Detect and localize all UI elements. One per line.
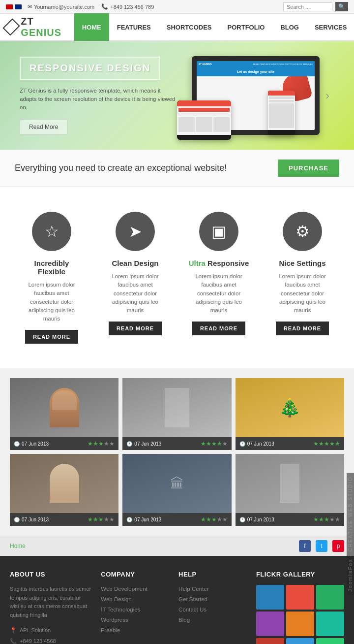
search-input[interactable] (283, 2, 332, 11)
footer-about-text: Sagittis interdus laoretis os semer temp… (10, 585, 91, 619)
twitter-icon[interactable]: t (316, 540, 327, 552)
hero-content: RESPONSIVE DESIGN ZT Genius is a fully r… (20, 57, 177, 135)
flickr-img-3[interactable] (316, 585, 344, 610)
hero-next-arrow[interactable]: › (325, 89, 329, 102)
portfolio-date: 🕐 07 Jun 2013 (239, 517, 274, 522)
features-grid: ☆ Incredibly Flexible Lorem ipsum dolor … (10, 207, 344, 349)
feature-icon-star: ☆ (32, 212, 71, 251)
portfolio-item[interactable]: 🕐 07 Jun 2013 ★★★★★ (10, 378, 118, 450)
search-button[interactable]: 🔍 (335, 2, 348, 11)
footer-grid: ABOUT US Sagittis interdus laoretis os s… (10, 571, 344, 644)
hero-devices: ZT GENIUS HOME FEATURES SHORTCODES PORTF… (177, 56, 334, 135)
feature-btn-flexible[interactable]: READ MORE (25, 330, 78, 344)
logo-text: ZT GENIUS (21, 16, 64, 38)
footer-link-it[interactable]: IT Technologies (101, 607, 140, 612)
feature-btn-clean[interactable]: READ MORE (109, 322, 162, 335)
portfolio-item[interactable]: 🕐 07 Jun 2013 ★★★★★ (122, 378, 231, 450)
feature-title-clean: Clean Design (103, 259, 167, 267)
email-text: Yourname@yoursite.com (34, 4, 94, 10)
feature-title-flexible: Incredibly Flexible (20, 259, 84, 276)
footer-company: COMPANY Web Development Web Design IT Te… (101, 571, 169, 644)
feature-icon-monitor: ▣ (199, 212, 238, 251)
flag-us[interactable] (6, 4, 13, 9)
portfolio-meta: 🕐 07 Jun 2013 ★★★★★ (236, 513, 344, 526)
flickr-img-4[interactable] (256, 612, 284, 636)
feature-btn-settings[interactable]: READ MORE (276, 322, 329, 335)
feature-title-ultra: Ultra Responsive (187, 259, 251, 267)
star-rating: ★★★★★ (313, 440, 340, 447)
star-rating: ★★★★★ (201, 440, 228, 447)
portfolio-date: 🕐 07 Jun 2013 (14, 441, 49, 447)
logo: ZT GENIUS (6, 16, 64, 38)
feature-desc-settings: Lorem ipsum dolor faucibus amet consecte… (270, 272, 334, 315)
nav-item-services[interactable]: SERVICES (307, 13, 354, 41)
feature-desc-ultra: Lorem ipsum dolor faucibus amet consecte… (187, 272, 251, 315)
footer-link-freebie[interactable]: Freebie (101, 627, 120, 633)
flag-uk[interactable] (15, 4, 22, 9)
feature-item-clean: ➤ Clean Design Lorem ipsum dolor faucibu… (93, 207, 177, 349)
footer-link-webdesign[interactable]: Web Design (101, 596, 131, 602)
phone-mockup (268, 91, 295, 135)
nav-item-features[interactable]: FEATURES (109, 13, 159, 41)
social-icons: f t p (299, 540, 344, 552)
footer-link-contact[interactable]: Contact Us (178, 607, 206, 612)
footer-flickr: FLICKR GALLERY (256, 571, 344, 644)
flickr-grid (256, 585, 344, 644)
footer-company-links: Web Development Web Design IT Technologi… (101, 585, 169, 634)
portfolio-date: 🕐 07 Jun 2013 (239, 441, 274, 447)
feature-btn-ultra[interactable]: READ MORE (192, 322, 245, 335)
portfolio-section: 🕐 07 Jun 2013 ★★★★★ 🕐 07 Jun 2013 ★★★★★ … (0, 368, 354, 536)
portfolio-item[interactable]: 🏛 🕐 07 Jun 2013 ★★★★★ (122, 454, 231, 526)
flickr-img-9[interactable] (316, 638, 344, 644)
footer: ABOUT US Sagittis interdus laoretis os s… (0, 556, 354, 644)
breadcrumb-bar: Home f t p (0, 536, 354, 556)
hero-section: RESPONSIVE DESIGN ZT Genius is a fully r… (0, 41, 354, 150)
star-rating: ★★★★★ (88, 516, 115, 523)
top-bar-right: 🔍 (283, 2, 348, 11)
feature-item-flexible: ☆ Incredibly Flexible Lorem ipsum dolor … (10, 207, 93, 349)
portfolio-meta: 🕐 07 Jun 2013 ★★★★★ (10, 437, 118, 450)
facebook-icon[interactable]: f (299, 540, 311, 552)
footer-flickr-title: FLICKR GALLERY (256, 571, 344, 578)
flickr-img-8[interactable] (286, 638, 314, 644)
footer-help-links: Help Center Get Started Contact Us Blog (178, 585, 246, 623)
portfolio-item[interactable]: 🎄 🕐 07 Jun 2013 ★★★★★ (236, 378, 344, 450)
purchase-button[interactable]: PURCHASE (278, 160, 339, 177)
hero-description: ZT Genius is a fully responsive template… (20, 87, 177, 112)
flickr-img-1[interactable] (256, 585, 284, 610)
footer-about-title: ABOUT US (10, 571, 91, 578)
hero-title: RESPONSIVE DESIGN (20, 57, 160, 80)
feature-desc-flexible: Lorem ipsum dolor faucibus amet consecte… (20, 281, 84, 323)
portfolio-meta: 🕐 07 Jun 2013 ★★★★★ (122, 513, 231, 526)
star-rating: ★★★★★ (88, 440, 115, 447)
footer-link-webdev[interactable]: Web Development (101, 586, 147, 592)
feature-item-settings: ⚙ Nice Settings Lorem ipsum dolor faucib… (261, 207, 344, 349)
portfolio-item[interactable]: 🕐 07 Jun 2013 ★★★★★ (10, 454, 118, 526)
portfolio-grid: 🕐 07 Jun 2013 ★★★★★ 🕐 07 Jun 2013 ★★★★★ … (10, 378, 344, 526)
tablet-mockup (177, 100, 231, 140)
flickr-img-2[interactable] (286, 585, 314, 610)
read-more-button[interactable]: Read More (20, 120, 67, 134)
flickr-img-5[interactable] (286, 612, 314, 636)
nav-item-shortcodes[interactable]: SHORTCODES (159, 13, 220, 41)
flickr-img-6[interactable] (316, 612, 344, 636)
nav-item-blog[interactable]: BLOG (272, 13, 307, 41)
footer-link-wp[interactable]: Wordpress (101, 617, 128, 623)
portfolio-item[interactable]: 🕐 07 Jun 2013 ★★★★★ (236, 454, 344, 526)
nav-links: HOME FEATURES SHORTCODES PORTFOLIO BLOG … (74, 14, 354, 40)
footer-contact: 📍 APL Solution 📞 +849 123 4568 ✉ demo@zo… (10, 625, 91, 644)
flickr-img-7[interactable] (256, 638, 284, 644)
top-bar: ✉ Yourname@yoursite.com 📞 +849 123 456 7… (0, 0, 354, 14)
logo-diamond (2, 18, 20, 36)
nav-item-portfolio[interactable]: PORTFOLIO (220, 13, 273, 41)
footer-link-getstarted[interactable]: Get Started (178, 596, 207, 602)
star-rating: ★★★★★ (313, 516, 340, 523)
navbar: ZT GENIUS HOME FEATURES SHORTCODES PORTF… (0, 14, 354, 41)
breadcrumb-home[interactable]: Home (10, 543, 26, 549)
footer-link-helpcenter[interactable]: Help Center (178, 586, 208, 592)
nav-item-home[interactable]: HOME (74, 13, 109, 41)
feature-icon-gear: ⚙ (283, 212, 322, 251)
pinterest-icon[interactable]: p (332, 540, 344, 552)
feature-desc-clean: Lorem ipsum dolor faucibus amet consecte… (103, 272, 167, 315)
footer-link-blog[interactable]: Blog (178, 617, 190, 623)
